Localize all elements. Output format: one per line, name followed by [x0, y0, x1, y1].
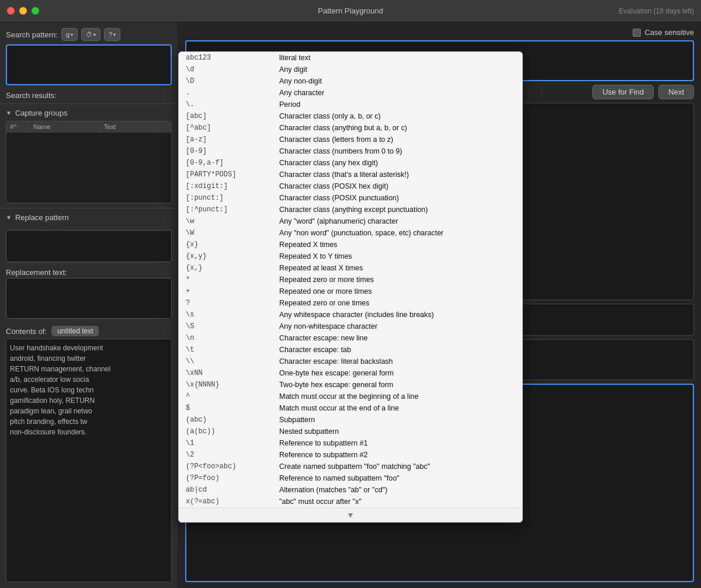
dropdown-item[interactable]: $Match must occur at the end of a line: [179, 402, 522, 414]
collapse-arrow-icon: ▼: [6, 214, 12, 221]
use-for-find-button[interactable]: Use for Find: [592, 85, 654, 99]
dropdown-footer[interactable]: ▼: [179, 507, 522, 522]
chevron-down-icon: ▾: [113, 32, 116, 37]
search-input-area[interactable]: [6, 44, 172, 85]
regex-mode-button[interactable]: g ▾: [61, 28, 78, 41]
dropdown-item[interactable]: \SAny non-whitespace character: [179, 321, 522, 332]
maximize-button[interactable]: [32, 7, 39, 15]
search-input[interactable]: [9, 48, 168, 57]
dropdown-item[interactable]: +Repeated one or more times: [179, 286, 522, 297]
right-top: Case sensitive: [178, 22, 701, 40]
dropdown-item[interactable]: [:xdigit:]Character class (POSIX hex dig…: [179, 180, 522, 192]
dropdown-item[interactable]: [PARTY*PODS]Character class (that's a li…: [179, 169, 522, 180]
dropdown-item[interactable]: .Any character: [179, 87, 522, 99]
dropdown-item[interactable]: *Repeated zero or more times: [179, 274, 522, 286]
search-pattern-label: Search pattern:: [6, 30, 58, 39]
chevron-down-icon: ▾: [71, 32, 73, 37]
dropdown-item[interactable]: [abc]Character class (only a, b, or c): [179, 110, 522, 122]
close-button[interactable]: [7, 7, 15, 15]
window-title: Pattern Playground: [318, 6, 383, 15]
dropdown-item[interactable]: ?Repeated zero or one times: [179, 297, 522, 309]
divider: [0, 103, 178, 104]
dropdown-item[interactable]: \1Reference to subpattern #1: [179, 437, 522, 449]
dropdown-item[interactable]: \WAny "non word" (punctuation, space, et…: [179, 227, 522, 239]
dropdown-item[interactable]: [a-z]Character class (letters from a to …: [179, 134, 522, 145]
table-header: #^ Name Text: [6, 121, 171, 133]
replacement-input-area[interactable]: [6, 278, 172, 319]
window-controls: [7, 7, 39, 15]
history-button[interactable]: ⏱ ▾: [81, 28, 100, 41]
search-results-label: Search results:: [0, 89, 178, 102]
dropdown-item[interactable]: ^Match must occur at the beginning of a …: [179, 391, 522, 402]
question-icon: ?: [109, 31, 112, 38]
dropdown-item[interactable]: \xNNOne-byte hex escape: general form: [179, 367, 522, 379]
search-pattern-row: Search pattern: g ▾ ⏱ ▾ ? ▾: [0, 22, 178, 44]
replace-input-area[interactable]: [6, 230, 172, 262]
contents-of-row: Contents of: untitled text: [0, 322, 178, 339]
regex-mode-label: g: [66, 31, 70, 38]
capture-groups-table: #^ Name Text: [6, 121, 172, 203]
dropdown-item[interactable]: \dAny digit: [179, 64, 522, 75]
divider: [0, 208, 178, 208]
contents-label: Contents of:: [6, 327, 47, 336]
case-sensitive-row: Case sensitive: [633, 28, 694, 37]
dropdown-item[interactable]: \tCharacter escape: tab: [179, 344, 522, 356]
col-number: #^: [6, 121, 30, 132]
replace-section: [0, 225, 178, 265]
col-text: Text: [100, 121, 171, 132]
minimize-button[interactable]: [19, 7, 27, 15]
dropdown-item[interactable]: [^abc]Character class (anything but a, b…: [179, 122, 522, 134]
pattern-dropdown: abc123literal text\dAny digit\DAny non-d…: [178, 51, 523, 523]
dropdown-item[interactable]: [:^punct:]Character class (anything exce…: [179, 204, 522, 215]
replace-pattern-label: Replace pattern: [15, 213, 69, 222]
replace-pattern-header[interactable]: ▼ Replace pattern: [0, 210, 178, 225]
dropdown-item[interactable]: {x,}Repeated at least X times: [179, 262, 522, 274]
clock-icon: ⏱: [86, 31, 92, 38]
col-name: Name: [30, 121, 100, 132]
chevron-down-icon: ▾: [93, 32, 96, 37]
dropdown-item[interactable]: (?P=foo)Reference to named subpattern "f…: [179, 472, 522, 484]
dropdown-item[interactable]: ab|cdAlternation (matches "ab" or "cd"): [179, 484, 522, 496]
next-button[interactable]: Next: [658, 85, 694, 99]
dropdown-item[interactable]: \DAny non-digit: [179, 75, 522, 87]
dropdown-item[interactable]: x(?=abc)"abc" must occur after "x": [179, 496, 522, 507]
table-body: [6, 133, 171, 203]
contents-badge[interactable]: untitled text: [51, 326, 99, 336]
dropdown-list: abc123literal text\dAny digit\DAny non-d…: [179, 52, 522, 507]
eval-label: Evaluation (18 days left): [619, 7, 694, 15]
dropdown-item[interactable]: (a(bc))Nested subpattern: [179, 426, 522, 437]
dropdown-item[interactable]: abc123literal text: [179, 52, 522, 64]
dropdown-item[interactable]: \\Character escape: literal backslash: [179, 356, 522, 367]
dropdown-item[interactable]: [0-9,a-f]Character class (any hex digit): [179, 157, 522, 169]
case-sensitive-label: Case sensitive: [644, 28, 694, 37]
dropdown-item[interactable]: (?P<foo>abc)Create named subpattern "foo…: [179, 461, 522, 472]
dropdown-item[interactable]: [:punct:]Character class (POSIX punctuat…: [179, 192, 522, 204]
collapse-arrow-icon: ▼: [6, 110, 12, 116]
text-content-area[interactable]: User handshake development android, fina…: [6, 339, 172, 582]
dropdown-item[interactable]: (abc)Subpattern: [179, 414, 522, 426]
dropdown-item[interactable]: [0-9]Character class (numbers from 0 to …: [179, 145, 522, 157]
dropdown-item[interactable]: \wAny "word" (alphanumeric) character: [179, 215, 522, 227]
dropdown-item[interactable]: \2Reference to subpattern #2: [179, 449, 522, 461]
dropdown-item[interactable]: {x,y}Repeated X to Y times: [179, 250, 522, 262]
left-panel: Search pattern: g ▾ ⏱ ▾ ? ▾ Search resul…: [0, 22, 178, 588]
case-sensitive-checkbox[interactable]: [633, 29, 641, 37]
titlebar: Pattern Playground Evaluation (18 days l…: [0, 0, 701, 22]
dropdown-item[interactable]: \.Period: [179, 99, 522, 110]
dropdown-item[interactable]: \sAny whitespace character (includes lin…: [179, 309, 522, 321]
replacement-text-label: Replacement text:: [0, 265, 178, 278]
help-button[interactable]: ? ▾: [104, 28, 120, 41]
dropdown-item[interactable]: \x{NNNN}Two-byte hex escape: general for…: [179, 379, 522, 391]
capture-groups-header[interactable]: ▼ Capture groups: [0, 105, 178, 121]
capture-groups-label: Capture groups: [15, 109, 68, 117]
dropdown-item[interactable]: {x}Repeated X times: [179, 239, 522, 250]
dropdown-item[interactable]: \nCharacter escape: new line: [179, 332, 522, 344]
